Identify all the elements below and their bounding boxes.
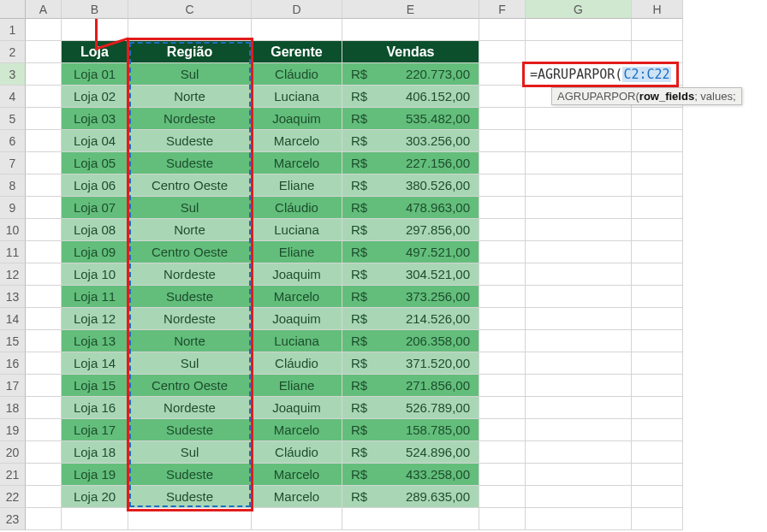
cell-H21[interactable]	[632, 464, 683, 486]
cell-G23[interactable]	[526, 508, 632, 530]
cell-D13[interactable]: Marcelo	[252, 286, 342, 308]
cell-H20[interactable]	[632, 441, 683, 464]
cell-D18[interactable]: Joaquim	[252, 397, 342, 419]
cell-A2[interactable]	[26, 41, 62, 63]
row-header-2[interactable]: 2	[0, 41, 26, 63]
row-header-10[interactable]: 10	[0, 219, 26, 241]
cell-H7[interactable]	[632, 152, 683, 174]
select-all-corner[interactable]	[0, 0, 26, 19]
cell-D22[interactable]: Marcelo	[252, 486, 342, 508]
cell-F17[interactable]	[479, 375, 526, 397]
cell-A1[interactable]	[26, 19, 62, 41]
cell-H9[interactable]	[632, 197, 683, 219]
cell-E14[interactable]: R$214.526,00	[342, 308, 479, 330]
cell-C20[interactable]: Sul	[128, 441, 252, 464]
row-header-7[interactable]: 7	[0, 152, 26, 174]
cell-C14[interactable]: Nordeste	[128, 308, 252, 330]
cell-C22[interactable]: Sudeste	[128, 486, 252, 508]
cell-B5[interactable]: Loja 03	[62, 108, 128, 130]
cell-B16[interactable]: Loja 14	[62, 352, 128, 375]
cell-A18[interactable]	[26, 397, 62, 419]
cell-D23[interactable]	[252, 508, 342, 530]
cell-E8[interactable]: R$380.526,00	[342, 174, 479, 197]
cell-D2[interactable]: Gerente	[252, 41, 342, 63]
cell-F12[interactable]	[479, 263, 526, 286]
cell-E7[interactable]: R$227.156,00	[342, 152, 479, 174]
cell-E21[interactable]: R$433.258,00	[342, 464, 479, 486]
column-header-B[interactable]: B	[62, 0, 128, 19]
cell-E2[interactable]: Vendas	[342, 41, 479, 63]
cell-A9[interactable]	[26, 197, 62, 219]
cell-F2[interactable]	[479, 41, 526, 63]
cell-B1[interactable]	[62, 19, 128, 41]
cell-E18[interactable]: R$526.789,00	[342, 397, 479, 419]
row-header-21[interactable]: 21	[0, 464, 26, 486]
cell-D7[interactable]: Marcelo	[252, 152, 342, 174]
cell-H23[interactable]	[632, 508, 683, 530]
cell-H2[interactable]	[632, 41, 683, 63]
row-header-15[interactable]: 15	[0, 330, 26, 352]
cell-F9[interactable]	[479, 197, 526, 219]
cell-G13[interactable]	[526, 286, 632, 308]
formula-edit-cell[interactable]: =AGRUPARPOR(C2:C22	[522, 62, 679, 87]
cell-A11[interactable]	[26, 241, 62, 263]
cell-F20[interactable]	[479, 441, 526, 464]
cell-C13[interactable]: Sudeste	[128, 286, 252, 308]
cell-H6[interactable]	[632, 130, 683, 152]
cell-D19[interactable]: Marcelo	[252, 419, 342, 441]
cell-F7[interactable]	[479, 152, 526, 174]
cell-D11[interactable]: Eliane	[252, 241, 342, 263]
cell-F14[interactable]	[479, 308, 526, 330]
cell-E10[interactable]: R$297.856,00	[342, 219, 479, 241]
cell-H18[interactable]	[632, 397, 683, 419]
cell-A17[interactable]	[26, 375, 62, 397]
cell-C4[interactable]: Norte	[128, 86, 252, 108]
cell-G18[interactable]	[526, 397, 632, 419]
cell-F23[interactable]	[479, 508, 526, 530]
cell-E11[interactable]: R$497.521,00	[342, 241, 479, 263]
cell-G16[interactable]	[526, 352, 632, 375]
cell-F5[interactable]	[479, 108, 526, 130]
cell-E16[interactable]: R$371.520,00	[342, 352, 479, 375]
cell-A21[interactable]	[26, 464, 62, 486]
cell-D17[interactable]: Eliane	[252, 375, 342, 397]
cell-C7[interactable]: Sudeste	[128, 152, 252, 174]
cell-E6[interactable]: R$303.256,00	[342, 130, 479, 152]
cell-H22[interactable]	[632, 486, 683, 508]
cell-C10[interactable]: Norte	[128, 219, 252, 241]
cell-B7[interactable]: Loja 05	[62, 152, 128, 174]
row-header-20[interactable]: 20	[0, 441, 26, 464]
column-header-E[interactable]: E	[342, 0, 479, 19]
cell-C1[interactable]	[128, 19, 252, 41]
cell-G1[interactable]	[526, 19, 632, 41]
cell-B17[interactable]: Loja 15	[62, 375, 128, 397]
cell-B18[interactable]: Loja 16	[62, 397, 128, 419]
column-header-D[interactable]: D	[252, 0, 342, 19]
cell-F22[interactable]	[479, 486, 526, 508]
cell-A4[interactable]	[26, 86, 62, 108]
column-header-F[interactable]: F	[479, 0, 526, 19]
cell-H10[interactable]	[632, 219, 683, 241]
row-header-1[interactable]: 1	[0, 19, 26, 41]
cell-H19[interactable]	[632, 419, 683, 441]
cell-H14[interactable]	[632, 308, 683, 330]
row-header-11[interactable]: 11	[0, 241, 26, 263]
row-header-14[interactable]: 14	[0, 308, 26, 330]
cell-E3[interactable]: R$220.773,00	[342, 63, 479, 86]
cell-G2[interactable]	[526, 41, 632, 63]
cell-E19[interactable]: R$158.785,00	[342, 419, 479, 441]
cell-C19[interactable]: Sudeste	[128, 419, 252, 441]
cell-B3[interactable]: Loja 01	[62, 63, 128, 86]
cell-D10[interactable]: Luciana	[252, 219, 342, 241]
cell-B20[interactable]: Loja 18	[62, 441, 128, 464]
cell-A8[interactable]	[26, 174, 62, 197]
column-header-A[interactable]: A	[26, 0, 62, 19]
cell-B23[interactable]	[62, 508, 128, 530]
cell-G5[interactable]	[526, 108, 632, 130]
cell-F18[interactable]	[479, 397, 526, 419]
column-header-G[interactable]: G	[526, 0, 632, 19]
cell-G20[interactable]	[526, 441, 632, 464]
cell-E9[interactable]: R$478.963,00	[342, 197, 479, 219]
cell-C15[interactable]: Norte	[128, 330, 252, 352]
cell-H17[interactable]	[632, 375, 683, 397]
